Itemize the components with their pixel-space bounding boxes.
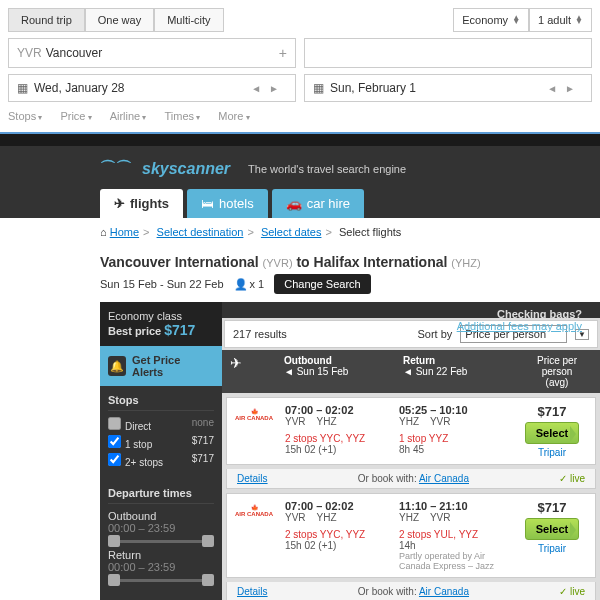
home-icon: ⌂ bbox=[100, 226, 107, 238]
outbound-duration: 15h 02 (+1) bbox=[285, 444, 391, 455]
updown-icon: ▲▼ bbox=[575, 16, 583, 24]
updown-icon: ▲▼ bbox=[512, 16, 520, 24]
bc-current: Select flights bbox=[339, 226, 401, 238]
filter-stops[interactable]: Stops bbox=[8, 110, 42, 122]
price-value: $717 bbox=[515, 500, 589, 515]
airline-logo: 🍁AIR CANADA bbox=[235, 504, 273, 517]
depart-date-input[interactable]: ▦ Wed, January 28 ◄► bbox=[8, 74, 296, 102]
add-origin-icon[interactable]: + bbox=[279, 45, 287, 61]
cabin-class-select[interactable]: Economy▲▼ bbox=[453, 8, 529, 32]
book-with-link[interactable]: Air Canada bbox=[419, 586, 469, 597]
trip-type-roundtrip[interactable]: Round trip bbox=[8, 8, 85, 32]
route-title: Vancouver International (YVR) to Halifax… bbox=[100, 254, 600, 270]
tab-flights[interactable]: ✈flights bbox=[100, 189, 183, 218]
filter-price[interactable]: Price bbox=[60, 110, 91, 122]
flight-card: 🍁AIR CANADA 07:00 – 02:02 YVR YHZ 2 stop… bbox=[226, 493, 596, 578]
date-nav-arrows[interactable]: ◄► bbox=[547, 83, 583, 94]
outbound-stops: 2 stops YYC, YYZ bbox=[285, 529, 391, 540]
booking-agent[interactable]: Tripair bbox=[515, 543, 589, 554]
results-panel: Checking bags? Additional fees may apply… bbox=[222, 302, 600, 600]
tab-carhire[interactable]: 🚗car hire bbox=[272, 189, 364, 218]
outbound-time-slider[interactable] bbox=[108, 540, 214, 543]
brand-tagline: The world's travel search engine bbox=[248, 163, 406, 175]
outbound-codes: YVR YHZ bbox=[285, 416, 391, 427]
stops-filter-title: Stops bbox=[108, 394, 214, 411]
origin-city: Vancouver bbox=[46, 46, 102, 60]
filter-airline[interactable]: Airline bbox=[110, 110, 147, 122]
filter-sidebar: Economy class Best price $717 Get Price … bbox=[100, 302, 222, 600]
flight-card: 🍁AIR CANADA 07:00 – 02:02 YVR YHZ 2 stop… bbox=[226, 397, 596, 465]
live-indicator: ✓ live bbox=[559, 586, 585, 597]
return-time-slider[interactable] bbox=[108, 579, 214, 582]
details-link[interactable]: Details bbox=[237, 473, 268, 484]
trip-type-multicity[interactable]: Multi-city bbox=[154, 8, 223, 32]
calendar-icon: ▦ bbox=[17, 81, 28, 95]
person-icon: 👤 bbox=[234, 278, 248, 291]
select-button[interactable]: Select bbox=[525, 518, 579, 540]
route-dates: Sun 15 Feb - Sun 22 Feb bbox=[100, 278, 224, 290]
filter-more[interactable]: More bbox=[218, 110, 249, 122]
site-header: ⌒⌒ skyscanner The world's travel search … bbox=[0, 146, 600, 218]
breadcrumb: ⌂ Home> Select destination> Select dates… bbox=[0, 218, 600, 246]
skyscanner-logo-icon: ⌒⌒ bbox=[100, 158, 132, 179]
airline-logo: 🍁AIR CANADA bbox=[235, 408, 273, 421]
tab-hotels[interactable]: 🛏hotels bbox=[187, 189, 268, 218]
filter-1stop[interactable]: 1 stop$717 bbox=[108, 435, 214, 450]
change-search-button[interactable]: Change Search bbox=[274, 274, 370, 294]
live-indicator: ✓ live bbox=[559, 473, 585, 484]
price-value: $717 bbox=[515, 404, 589, 419]
plane-icon: ✈ bbox=[114, 196, 125, 211]
checking-bags-label: Checking bags? bbox=[497, 308, 582, 320]
origin-input[interactable]: YVR Vancouver + bbox=[8, 38, 296, 68]
filter-2stops[interactable]: 2+ stops$717 bbox=[108, 453, 214, 468]
return-codes: YHZ YVR bbox=[399, 416, 505, 427]
bell-icon bbox=[108, 356, 126, 376]
filter-row: Stops Price Airline Times More bbox=[8, 108, 592, 124]
return-label: Return bbox=[108, 549, 214, 561]
bc-home[interactable]: Home bbox=[110, 226, 139, 238]
return-times: 11:10 – 21:10 bbox=[399, 500, 505, 512]
return-duration: 8h 45 bbox=[399, 444, 505, 455]
calendar-icon: ▦ bbox=[313, 81, 324, 95]
outbound-duration: 15h 02 (+1) bbox=[285, 540, 391, 551]
select-button[interactable]: Select bbox=[525, 422, 579, 444]
car-icon: 🚗 bbox=[286, 196, 302, 211]
date-nav-arrows[interactable]: ◄► bbox=[251, 83, 287, 94]
bed-icon: 🛏 bbox=[201, 196, 214, 211]
return-range: 00:00 – 23:59 bbox=[108, 561, 214, 573]
card-footer: Details Or book with: Air Canada ✓ live bbox=[226, 469, 596, 489]
passenger-select[interactable]: 1 adult▲▼ bbox=[529, 8, 592, 32]
sort-label: Sort by bbox=[418, 328, 453, 340]
filter-direct[interactable]: Directnone bbox=[108, 417, 214, 432]
return-stops: 1 stop YYZ bbox=[399, 433, 505, 444]
booking-agent[interactable]: Tripair bbox=[515, 447, 589, 458]
outbound-label: Outbound bbox=[108, 510, 214, 522]
return-times: 05:25 – 10:10 bbox=[399, 404, 505, 416]
return-date-value: Sun, February 1 bbox=[330, 81, 416, 95]
return-duration: 14h bbox=[399, 540, 505, 551]
card-footer: Details Or book with: Air Canada ✓ live bbox=[226, 582, 596, 600]
return-stops: 2 stops YUL, YYZ bbox=[399, 529, 505, 540]
depart-date-value: Wed, January 28 bbox=[34, 81, 125, 95]
airline-icon: ✈ bbox=[222, 350, 276, 393]
best-price-box: Economy class Best price $717 bbox=[100, 302, 222, 346]
outbound-codes: YVR YHZ bbox=[285, 512, 391, 523]
filter-times[interactable]: Times bbox=[164, 110, 200, 122]
bc-destination[interactable]: Select destination bbox=[157, 226, 244, 238]
outbound-stops: 2 stops YYC, YYZ bbox=[285, 433, 391, 444]
details-link[interactable]: Details bbox=[237, 586, 268, 597]
bc-dates[interactable]: Select dates bbox=[261, 226, 322, 238]
return-date-input[interactable]: ▦ Sun, February 1 ◄► bbox=[304, 74, 592, 102]
top-search-panel: Round trip One way Multi-city Economy▲▼ … bbox=[0, 0, 600, 134]
fees-link[interactable]: Additional fees may apply bbox=[457, 320, 582, 332]
brand-name: skyscanner bbox=[142, 160, 230, 178]
outbound-range: 00:00 – 23:59 bbox=[108, 522, 214, 534]
outbound-times: 07:00 – 02:02 bbox=[285, 404, 391, 416]
origin-code: YVR bbox=[17, 46, 42, 60]
trip-type-oneway[interactable]: One way bbox=[85, 8, 154, 32]
book-with-link[interactable]: Air Canada bbox=[419, 473, 469, 484]
operated-by: Partly operated by Air Canada Express – … bbox=[399, 551, 505, 571]
outbound-times: 07:00 – 02:02 bbox=[285, 500, 391, 512]
destination-input[interactable] bbox=[304, 38, 592, 68]
price-alert-button[interactable]: Get Price Alerts bbox=[100, 346, 222, 386]
